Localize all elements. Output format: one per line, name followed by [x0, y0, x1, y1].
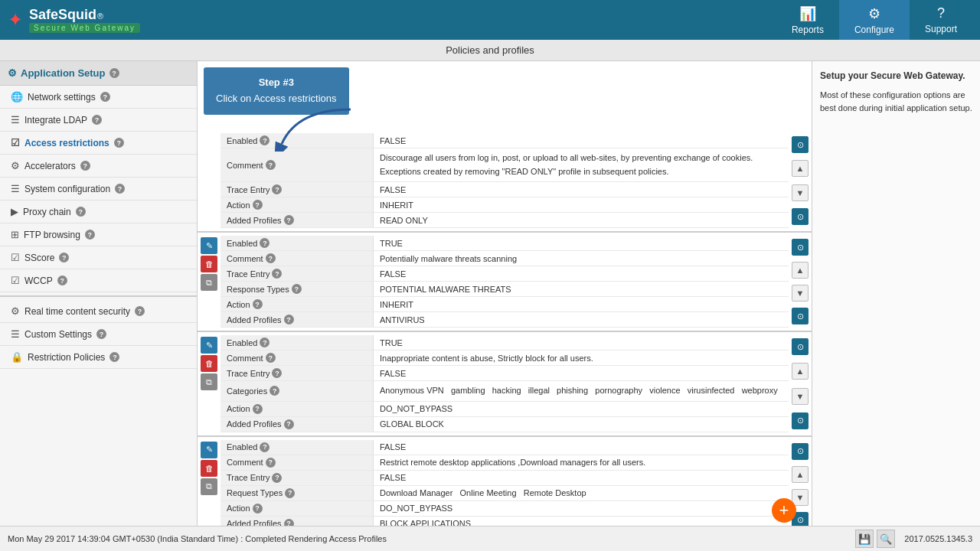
help-icon[interactable]: ?	[272, 368, 282, 378]
policy-row-inner: ✎ 🗑 ⧉ Enabled ? TRUE	[198, 236, 812, 328]
help-icon[interactable]: ?	[270, 386, 279, 396]
help-icon[interactable]: ?	[260, 135, 270, 145]
sidebar-item-restriction-policies[interactable]: 🔒 Restriction Policies ?	[0, 346, 197, 369]
help-icon[interactable]: ?	[57, 276, 67, 285]
sidebar-item-sscore[interactable]: ☑ SScore ?	[0, 246, 197, 269]
copy-button[interactable]: ⧉	[201, 478, 217, 495]
copy-button[interactable]: ⧉	[201, 274, 217, 291]
ctrl-bottom-btn[interactable]: ⊙	[792, 308, 808, 324]
ctrl-down-btn[interactable]: ▼	[792, 285, 808, 302]
sidebar-item-ftp-browsing[interactable]: ⊞ FTP browsing ?	[0, 223, 197, 246]
field-row: Enabled ? FALSE	[220, 440, 789, 455]
help-icon[interactable]: ?	[100, 92, 110, 102]
content-area: Step #3 Click on Access restrictions	[198, 61, 980, 526]
field-label: Enabled ?	[220, 440, 374, 455]
rtcs-icon: ⚙	[11, 305, 20, 317]
ctrl-up-btn[interactable]: ▲	[792, 160, 808, 177]
section-help-icon[interactable]: ?	[109, 68, 119, 78]
row-controls: ⊙ ▲ ▼ ⊙	[789, 236, 812, 328]
help-icon[interactable]: ?	[284, 215, 294, 225]
policies-table[interactable]: Step #3 Click on Access restrictions	[198, 61, 812, 526]
edit-button[interactable]: ✎	[201, 442, 217, 458]
ctrl-up-btn[interactable]: ▲	[792, 363, 808, 380]
policy-row: ✎ 🗑 ⧉ Enabled ? TRUE	[198, 332, 812, 437]
help-icon[interactable]: ?	[114, 138, 124, 148]
help-icon[interactable]: ?	[292, 284, 302, 294]
search-icon-btn[interactable]: 🔍	[877, 530, 895, 548]
ctrl-bottom-btn[interactable]: ⊙	[792, 412, 808, 429]
ctrl-down-btn[interactable]: ▼	[792, 184, 808, 201]
sidebar-item-wccp[interactable]: ☑ WCCP ?	[0, 269, 197, 292]
ctrl-top-btn[interactable]: ⊙	[792, 239, 808, 256]
ctrl-top-btn[interactable]: ⊙	[792, 136, 808, 153]
help-icon[interactable]: ?	[284, 419, 294, 429]
help-icon[interactable]: ?	[80, 161, 90, 171]
sidebar-item-integrate-ldap[interactable]: ☰ Integrate LDAP ?	[0, 109, 197, 132]
delete-button[interactable]: 🗑	[201, 460, 217, 477]
sidebar-item-network-settings[interactable]: 🌐 Network settings ?	[0, 86, 197, 109]
help-icon[interactable]: ?	[284, 315, 294, 324]
policy-fields: Enabled ? TRUE Comment ? Potentially mal…	[220, 236, 789, 328]
help-icon[interactable]: ?	[92, 115, 102, 125]
help-icon[interactable]: ?	[253, 299, 263, 309]
help-icon[interactable]: ?	[85, 230, 95, 240]
status-text: Mon May 29 2017 14:39:04 GMT+0530 (India…	[8, 534, 387, 543]
sidebar-item-system-configuration[interactable]: ☰ System configuration ?	[0, 178, 197, 201]
help-icon[interactable]: ?	[260, 238, 270, 248]
help-icon[interactable]: ?	[253, 504, 263, 514]
help-icon[interactable]: ?	[266, 458, 276, 468]
ctrl-top-btn[interactable]: ⊙	[792, 443, 808, 460]
sidebar-item-access-restrictions[interactable]: ☑ Access restrictions ?	[0, 132, 197, 155]
logo-main: SafeSquid	[29, 7, 96, 23]
sidebar-item-custom-settings[interactable]: ☰ Custom Settings ?	[0, 323, 197, 346]
help-icon[interactable]: ?	[272, 184, 282, 194]
field-row: Trace Entry ? FALSE	[220, 182, 789, 197]
save-icon-btn[interactable]: 💾	[855, 530, 874, 548]
help-icon[interactable]: ?	[272, 473, 282, 483]
help-icon[interactable]: ?	[284, 519, 294, 526]
nav-reports[interactable]: 📊 Reports	[776, 0, 839, 41]
field-value: Restrict remote desktop applications ,Do…	[374, 455, 789, 470]
right-panel: Setup your Secure Web Gateway. Most of t…	[812, 61, 980, 526]
field-row: Request Types ? Download Manager Online …	[220, 486, 789, 501]
help-icon[interactable]: ?	[135, 306, 145, 316]
help-icon[interactable]: ?	[76, 207, 86, 217]
field-row: Trace Entry ? FALSE	[220, 366, 789, 381]
help-icon[interactable]: ?	[285, 488, 295, 498]
add-policy-button[interactable]: +	[772, 498, 796, 523]
edit-button[interactable]: ✎	[201, 337, 217, 354]
field-label: Trace Entry ?	[220, 471, 374, 485]
ctrl-down-btn[interactable]: ▼	[792, 388, 808, 405]
help-icon[interactable]: ?	[109, 352, 119, 362]
edit-button[interactable]: ✎	[201, 237, 217, 254]
delete-button[interactable]: 🗑	[201, 355, 217, 372]
ctrl-top-btn[interactable]: ⊙	[792, 338, 808, 355]
help-icon[interactable]: ?	[253, 200, 263, 210]
field-label: Added Profiles ?	[220, 312, 374, 327]
nav-configure[interactable]: ⚙ Configure	[839, 0, 910, 41]
ctrl-up-btn[interactable]: ▲	[792, 466, 808, 483]
field-value-action: DO_NOT_BYPASS	[374, 402, 789, 416]
help-icon[interactable]: ?	[253, 404, 263, 414]
help-icon[interactable]: ?	[59, 253, 69, 262]
help-icon[interactable]: ?	[266, 160, 276, 170]
help-icon[interactable]: ?	[272, 269, 282, 279]
field-label: Action ?	[220, 197, 374, 212]
ctrl-up-btn[interactable]: ▲	[792, 262, 808, 279]
help-icon[interactable]: ?	[266, 253, 276, 263]
sidebar-item-real-time-content[interactable]: ⚙ Real time content security ?	[0, 300, 197, 323]
help-icon[interactable]: ?	[260, 442, 270, 452]
field-value: FALSE	[374, 266, 789, 281]
help-icon[interactable]: ?	[260, 337, 270, 347]
help-icon[interactable]: ?	[266, 353, 276, 363]
sidebar-item-proxy-chain[interactable]: ▶ Proxy chain ?	[0, 201, 197, 223]
sidebar-item-accelerators[interactable]: ⚙ Accelerators ?	[0, 155, 197, 178]
access-icon: ☑	[11, 137, 20, 148]
callout-arrow-container	[274, 106, 366, 154]
help-icon[interactable]: ?	[96, 329, 106, 339]
help-icon[interactable]: ?	[115, 184, 125, 194]
ctrl-bottom-btn[interactable]: ⊙	[792, 208, 808, 225]
delete-button[interactable]: 🗑	[201, 256, 217, 272]
nav-support[interactable]: ? Support	[910, 0, 972, 41]
copy-button[interactable]: ⧉	[201, 373, 217, 390]
